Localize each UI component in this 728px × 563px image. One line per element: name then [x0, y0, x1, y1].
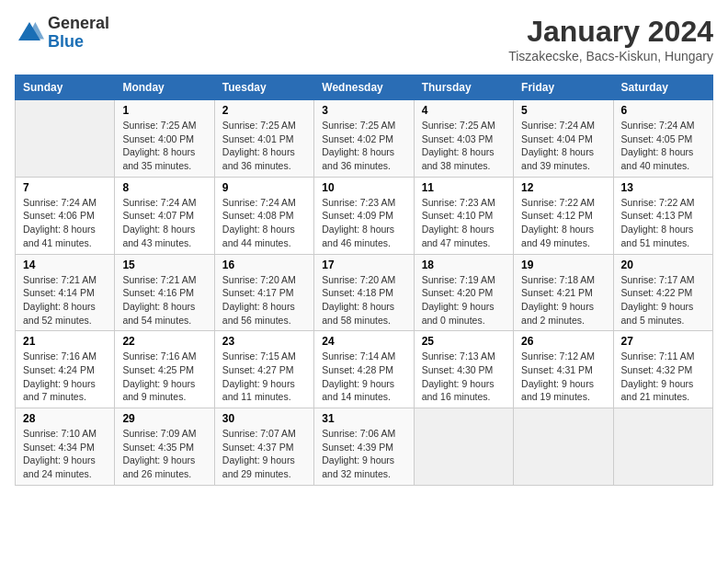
day-number: 7	[23, 181, 107, 194]
day-cell: 17Sunrise: 7:20 AMSunset: 4:18 PMDayligh…	[314, 254, 414, 331]
day-cell: 7Sunrise: 7:24 AMSunset: 4:06 PMDaylight…	[16, 177, 115, 254]
day-info: Sunrise: 7:14 AMSunset: 4:28 PMDaylight:…	[322, 350, 405, 404]
day-info: Sunrise: 7:24 AMSunset: 4:04 PMDaylight:…	[521, 119, 605, 173]
day-number: 3	[322, 104, 405, 117]
day-cell	[514, 408, 613, 486]
title-section: January 2024 Tiszakecske, Bacs-Kiskun, H…	[508, 15, 713, 63]
week-row-1: 1Sunrise: 7:25 AMSunset: 4:00 PMDaylight…	[16, 100, 713, 178]
day-info: Sunrise: 7:22 AMSunset: 4:13 PMDaylight:…	[621, 196, 705, 250]
day-cell: 1Sunrise: 7:25 AMSunset: 4:00 PMDaylight…	[115, 100, 214, 178]
day-info: Sunrise: 7:24 AMSunset: 4:08 PMDaylight:…	[222, 196, 306, 250]
day-cell: 20Sunrise: 7:17 AMSunset: 4:22 PMDayligh…	[613, 254, 712, 331]
day-info: Sunrise: 7:25 AMSunset: 4:03 PMDaylight:…	[422, 119, 506, 173]
day-cell: 21Sunrise: 7:16 AMSunset: 4:24 PMDayligh…	[16, 331, 115, 408]
week-row-5: 28Sunrise: 7:10 AMSunset: 4:34 PMDayligh…	[16, 408, 713, 486]
day-cell	[613, 408, 712, 486]
day-number: 6	[621, 104, 705, 117]
day-info: Sunrise: 7:19 AMSunset: 4:20 PMDaylight:…	[422, 273, 506, 327]
day-info: Sunrise: 7:24 AMSunset: 4:07 PMDaylight:…	[122, 196, 206, 250]
day-number: 20	[621, 259, 705, 271]
day-number: 10	[322, 181, 405, 194]
day-cell: 5Sunrise: 7:24 AMSunset: 4:04 PMDaylight…	[514, 100, 613, 178]
day-number: 18	[422, 259, 506, 271]
logo-blue: Blue	[48, 33, 109, 52]
day-number: 8	[122, 181, 206, 194]
day-info: Sunrise: 7:07 AMSunset: 4:37 PMDaylight:…	[222, 427, 306, 481]
week-row-3: 14Sunrise: 7:21 AMSunset: 4:14 PMDayligh…	[16, 254, 713, 331]
header-row: SundayMondayTuesdayWednesdayThursdayFrid…	[16, 75, 713, 100]
day-cell: 6Sunrise: 7:24 AMSunset: 4:05 PMDaylight…	[613, 100, 712, 178]
day-number: 21	[23, 335, 107, 348]
logo: General Blue	[15, 15, 109, 52]
main-title: January 2024	[508, 15, 713, 49]
day-number: 27	[621, 335, 705, 348]
day-number: 5	[521, 104, 605, 117]
week-row-2: 7Sunrise: 7:24 AMSunset: 4:06 PMDaylight…	[16, 177, 713, 254]
day-number: 24	[322, 335, 405, 348]
day-cell: 8Sunrise: 7:24 AMSunset: 4:07 PMDaylight…	[115, 177, 214, 254]
day-info: Sunrise: 7:22 AMSunset: 4:12 PMDaylight:…	[521, 196, 605, 250]
logo-icon	[15, 18, 44, 48]
logo-text: General Blue	[48, 15, 109, 52]
day-cell: 28Sunrise: 7:10 AMSunset: 4:34 PMDayligh…	[16, 408, 115, 486]
header-friday: Friday	[514, 75, 613, 100]
day-cell: 22Sunrise: 7:16 AMSunset: 4:25 PMDayligh…	[115, 331, 214, 408]
day-cell: 9Sunrise: 7:24 AMSunset: 4:08 PMDaylight…	[214, 177, 313, 254]
logo-general: General	[48, 15, 109, 33]
day-info: Sunrise: 7:09 AMSunset: 4:35 PMDaylight:…	[122, 427, 206, 481]
day-number: 2	[222, 104, 306, 117]
day-cell: 25Sunrise: 7:13 AMSunset: 4:30 PMDayligh…	[414, 331, 513, 408]
day-cell: 15Sunrise: 7:21 AMSunset: 4:16 PMDayligh…	[115, 254, 214, 331]
day-info: Sunrise: 7:10 AMSunset: 4:34 PMDaylight:…	[23, 427, 107, 481]
day-info: Sunrise: 7:24 AMSunset: 4:05 PMDaylight:…	[621, 119, 705, 173]
day-number: 14	[23, 259, 107, 271]
day-info: Sunrise: 7:21 AMSunset: 4:14 PMDaylight:…	[23, 273, 107, 327]
day-info: Sunrise: 7:20 AMSunset: 4:18 PMDaylight:…	[322, 273, 405, 327]
day-info: Sunrise: 7:12 AMSunset: 4:31 PMDaylight:…	[521, 350, 605, 404]
day-info: Sunrise: 7:06 AMSunset: 4:39 PMDaylight:…	[322, 427, 405, 481]
day-number: 26	[521, 335, 605, 348]
day-cell: 29Sunrise: 7:09 AMSunset: 4:35 PMDayligh…	[115, 408, 214, 486]
day-number: 17	[322, 259, 405, 271]
day-number: 28	[23, 412, 107, 425]
day-cell: 26Sunrise: 7:12 AMSunset: 4:31 PMDayligh…	[514, 331, 613, 408]
day-number: 4	[422, 104, 506, 117]
day-cell: 23Sunrise: 7:15 AMSunset: 4:27 PMDayligh…	[214, 331, 313, 408]
day-info: Sunrise: 7:25 AMSunset: 4:01 PMDaylight:…	[222, 119, 306, 173]
day-number: 23	[222, 335, 306, 348]
day-cell: 10Sunrise: 7:23 AMSunset: 4:09 PMDayligh…	[314, 177, 414, 254]
day-cell: 24Sunrise: 7:14 AMSunset: 4:28 PMDayligh…	[314, 331, 414, 408]
day-cell: 3Sunrise: 7:25 AMSunset: 4:02 PMDaylight…	[314, 100, 414, 178]
day-cell: 12Sunrise: 7:22 AMSunset: 4:12 PMDayligh…	[514, 177, 613, 254]
day-cell: 2Sunrise: 7:25 AMSunset: 4:01 PMDaylight…	[214, 100, 313, 178]
day-info: Sunrise: 7:25 AMSunset: 4:00 PMDaylight:…	[122, 119, 206, 173]
day-number: 1	[122, 104, 206, 117]
day-cell: 31Sunrise: 7:06 AMSunset: 4:39 PMDayligh…	[314, 408, 414, 486]
day-cell: 16Sunrise: 7:20 AMSunset: 4:17 PMDayligh…	[214, 254, 313, 331]
day-info: Sunrise: 7:23 AMSunset: 4:10 PMDaylight:…	[422, 196, 506, 250]
calendar-table: SundayMondayTuesdayWednesdayThursdayFrid…	[15, 75, 713, 486]
day-number: 19	[521, 259, 605, 271]
header-thursday: Thursday	[414, 75, 513, 100]
page-header: General Blue January 2024 Tiszakecske, B…	[15, 15, 713, 63]
header-wednesday: Wednesday	[314, 75, 414, 100]
day-info: Sunrise: 7:16 AMSunset: 4:25 PMDaylight:…	[122, 350, 206, 404]
day-cell: 14Sunrise: 7:21 AMSunset: 4:14 PMDayligh…	[16, 254, 115, 331]
day-info: Sunrise: 7:25 AMSunset: 4:02 PMDaylight:…	[322, 119, 405, 173]
day-cell: 18Sunrise: 7:19 AMSunset: 4:20 PMDayligh…	[414, 254, 513, 331]
subtitle: Tiszakecske, Bacs-Kiskun, Hungary	[508, 49, 713, 63]
day-info: Sunrise: 7:21 AMSunset: 4:16 PMDaylight:…	[122, 273, 206, 327]
day-number: 12	[521, 181, 605, 194]
day-number: 29	[122, 412, 206, 425]
day-number: 11	[422, 181, 506, 194]
day-info: Sunrise: 7:23 AMSunset: 4:09 PMDaylight:…	[322, 196, 405, 250]
day-cell: 19Sunrise: 7:18 AMSunset: 4:21 PMDayligh…	[514, 254, 613, 331]
day-info: Sunrise: 7:17 AMSunset: 4:22 PMDaylight:…	[621, 273, 705, 327]
day-cell: 30Sunrise: 7:07 AMSunset: 4:37 PMDayligh…	[214, 408, 313, 486]
day-info: Sunrise: 7:16 AMSunset: 4:24 PMDaylight:…	[23, 350, 107, 404]
day-number: 25	[422, 335, 506, 348]
day-info: Sunrise: 7:13 AMSunset: 4:30 PMDaylight:…	[422, 350, 506, 404]
header-saturday: Saturday	[613, 75, 712, 100]
day-info: Sunrise: 7:20 AMSunset: 4:17 PMDaylight:…	[222, 273, 306, 327]
day-info: Sunrise: 7:11 AMSunset: 4:32 PMDaylight:…	[621, 350, 705, 404]
